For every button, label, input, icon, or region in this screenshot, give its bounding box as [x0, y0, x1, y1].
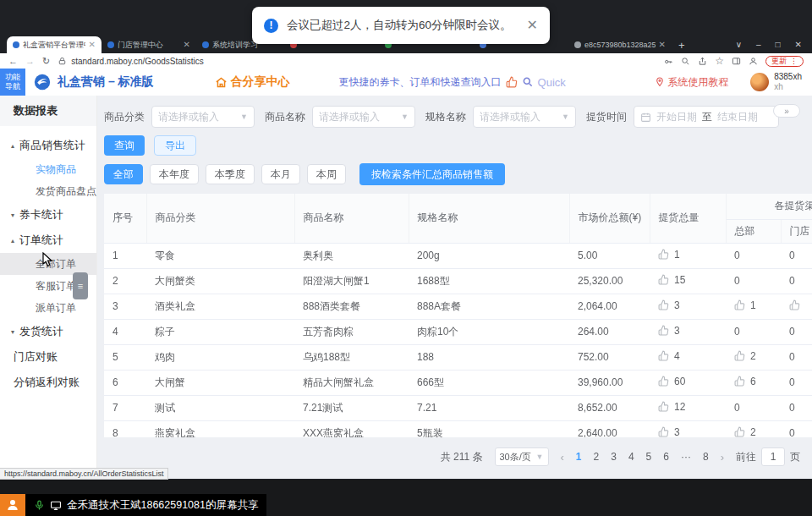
pickup-total-value: 1 [674, 249, 680, 261]
sidebar-item-label: 商品销售统计 [19, 138, 85, 153]
page-number[interactable]: 5 [646, 451, 652, 463]
filter-select[interactable]: 请选择或输入 ▼ [312, 106, 415, 128]
pickup-hand-icon[interactable] [658, 299, 669, 313]
tutorial-link[interactable]: 系统使用教程 [655, 75, 728, 90]
zoom-icon[interactable] [681, 57, 690, 66]
cell-pickup-hq: 1 [726, 294, 781, 319]
sidebar-item[interactable]: ▴ 商品销售统计 [0, 133, 96, 158]
pickup-hand-icon[interactable] [658, 401, 669, 414]
pickup-hand-icon[interactable] [658, 376, 669, 389]
page-title: 礼盒营销 – 标准版 [58, 74, 154, 90]
pickup-hand-icon[interactable] [658, 274, 669, 288]
quick-entry-link[interactable]: 更快捷的券卡、订单和快递查询入口 Quick [339, 75, 566, 90]
col-header-spec: 规格名称 [409, 194, 569, 243]
sidebar-collapse-handle[interactable]: ≡ [73, 272, 88, 299]
back-icon[interactable]: ← [8, 56, 18, 66]
cell-spec: 666型 [409, 370, 569, 395]
pickup-hand-icon[interactable] [658, 249, 669, 262]
profile-icon[interactable] [749, 57, 758, 66]
sidebar-item[interactable]: 实物商品 [0, 158, 96, 180]
page-number[interactable]: 6 [663, 451, 669, 463]
pickup-hand-icon[interactable] [734, 350, 745, 364]
side-panel-icon[interactable] [732, 57, 741, 66]
range-tab[interactable]: 本年度 [150, 164, 199, 184]
cell-name: 阳澄湖大闸蟹1 [294, 268, 409, 294]
window-close-button[interactable]: ✕ [795, 40, 802, 49]
chrome-update-button[interactable]: 更新 ⋮ [765, 56, 804, 67]
sidebar-item[interactable]: ▾ 发货统计 [0, 319, 96, 344]
filter-collapse-button[interactable]: » [773, 104, 800, 118]
range-tab[interactable]: 本月 [261, 164, 300, 184]
share-icon[interactable] [698, 57, 707, 66]
pickup-hand-icon[interactable] [658, 426, 669, 437]
page-number[interactable]: 4 [628, 451, 634, 463]
pickup-hand-icon[interactable] [789, 299, 800, 313]
reload-icon[interactable]: ↻ [42, 56, 50, 67]
page-number[interactable]: 8 [703, 451, 709, 463]
table-scroll-area[interactable]: 序号 商品分类 商品名称 规格名称 市场价总额(¥) 提货总量 各提货渠道 总部… [104, 194, 812, 437]
range-tab[interactable]: 全部 [104, 164, 143, 184]
sidebar-item[interactable]: ▾ 券卡统计 [0, 202, 96, 228]
page-number[interactable]: 3 [611, 451, 617, 463]
filter-label: 规格名称 [425, 110, 466, 124]
goto-page-input[interactable] [761, 447, 785, 466]
browser-tab[interactable]: e8c573980b1328a258fd2e6 ✕ [568, 36, 672, 53]
cell-no: 2 [104, 268, 146, 294]
query-button[interactable]: 查询 [104, 135, 145, 156]
summary-button[interactable]: 按检索条件汇总商品销售额 [359, 163, 505, 185]
cell-category: 零食 [146, 243, 294, 268]
tab-close-icon[interactable]: ✕ [89, 41, 96, 49]
range-tab[interactable]: 本季度 [206, 164, 255, 184]
pickup-hand-icon[interactable] [734, 376, 745, 389]
screen-share-text: 金禾通技术王斌18662591081的屏幕共享 [67, 498, 258, 513]
window-menu-icon[interactable]: ∨ [736, 40, 742, 49]
cell-pickup-hq: 0 [726, 268, 781, 294]
sharer-avatar [0, 494, 25, 516]
address-box[interactable]: standard.maboy.cn/GoodsStatistics [58, 57, 204, 66]
filter-select[interactable]: 请选择或输入 ▼ [151, 106, 255, 128]
forward-icon[interactable]: → [25, 56, 35, 66]
tab-close-icon[interactable]: ✕ [184, 41, 190, 49]
sidebar-item[interactable]: 发货商品盘点 [0, 180, 96, 202]
tab-close-icon[interactable]: ✕ [659, 41, 666, 49]
page-number[interactable]: ··· [681, 451, 691, 463]
export-button[interactable]: 导出 [154, 135, 196, 156]
pickup-hand-icon[interactable] [734, 426, 745, 437]
page-number[interactable]: 1 [576, 451, 582, 463]
chevron-down-icon: ▼ [240, 113, 248, 121]
range-tab[interactable]: 本周 [307, 164, 346, 184]
toast-close-icon[interactable]: ✕ [527, 19, 538, 32]
pickup-hand-icon[interactable] [658, 350, 669, 364]
sidebar-item[interactable]: ▴ 订单统计 [0, 228, 96, 253]
tree-arrow-icon: ▾ [11, 211, 14, 219]
pickup-hand-icon[interactable] [734, 299, 745, 313]
page-number[interactable]: 2 [594, 451, 600, 463]
date-range-picker[interactable]: 开始日期 至 结束日期 [634, 106, 779, 128]
sidebar-item-label: 客服订单 [36, 279, 76, 294]
kebab-menu-icon[interactable]: ⋮ [790, 57, 798, 65]
key-icon[interactable] [664, 57, 673, 66]
sidebar-item[interactable]: 分销返利对账 [0, 370, 96, 395]
browser-tab[interactable]: 门店管理中心 ✕ [102, 36, 196, 53]
share-center-link[interactable]: 合分享中心 [215, 74, 290, 90]
pickup-hand-icon[interactable] [658, 325, 669, 338]
new-tab-button[interactable]: + [678, 39, 685, 52]
sidebar-item[interactable]: 派单订单 [0, 297, 96, 319]
screen-share-bar: 金禾通技术王斌18662591081的屏幕共享 [0, 494, 266, 516]
pagination: 共 211 条 30条/页 ▼ ‹ 1 2 3 4 5 [104, 447, 812, 466]
browser-tab[interactable]: 礼盒营销平台管理中心 ✕ [7, 36, 102, 53]
bookmark-star-icon[interactable]: ☆ [715, 55, 724, 67]
window-controls: ∨ – □ ✕ [736, 36, 812, 53]
window-maximize-button[interactable]: □ [776, 40, 781, 49]
user-menu[interactable]: 8385xh xh [750, 72, 802, 92]
meeting-toast: ! 会议已超过2人，自动转为60分钟限时会议。 ✕ [252, 7, 550, 44]
quick-label: Quick [538, 76, 566, 89]
filter-select[interactable]: 请选择或输入 ▼ [473, 106, 576, 128]
cell-name: 7.21测试 [294, 395, 409, 420]
function-nav-button[interactable]: 功能 导航 [0, 69, 25, 96]
sidebar-item[interactable]: 门店对账 [0, 344, 96, 370]
page-size-select[interactable]: 30条/页 ▼ [495, 447, 549, 466]
prev-page-button[interactable]: ‹ [561, 451, 564, 464]
next-page-button[interactable]: › [721, 451, 724, 464]
window-minimize-button[interactable]: – [756, 40, 761, 49]
